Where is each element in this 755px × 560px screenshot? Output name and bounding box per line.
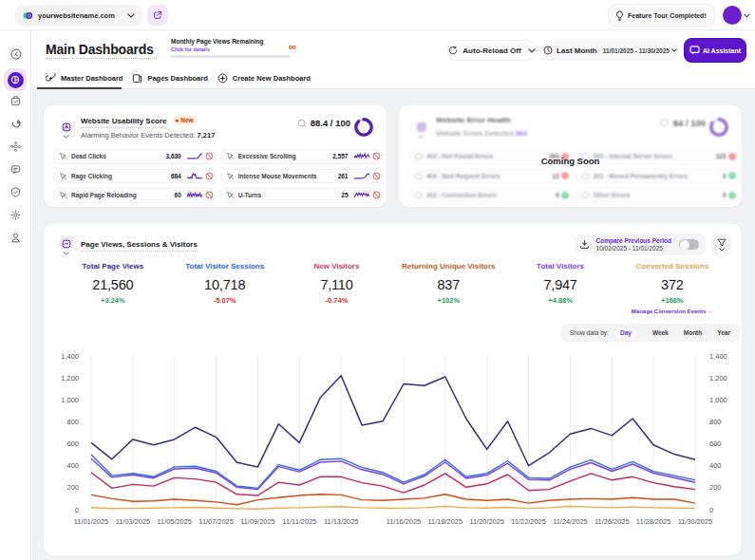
svg-text:11/16/2025: 11/16/2025 [387, 517, 421, 526]
svg-text:11/05/2025: 11/05/2025 [157, 517, 191, 526]
svg-text:11/11/2025: 11/11/2025 [282, 517, 316, 526]
svg-text:800: 800 [709, 418, 722, 426]
svg-text:400: 400 [709, 461, 722, 470]
svg-text:200: 200 [709, 483, 722, 492]
svg-text:11/20/2025: 11/20/2025 [469, 517, 503, 526]
svg-text:1,200: 1,200 [709, 374, 727, 383]
svg-text:600: 600 [66, 439, 79, 448]
svg-text:600: 600 [709, 439, 722, 448]
svg-text:11/03/2025: 11/03/2025 [116, 517, 150, 526]
svg-text:11/28/2025: 11/28/2025 [636, 517, 670, 526]
svg-text:1,400: 1,400 [61, 352, 79, 361]
svg-text:11/09/2025: 11/09/2025 [240, 517, 274, 526]
svg-text:1,000: 1,000 [61, 396, 79, 404]
svg-text:11/18/2025: 11/18/2025 [428, 517, 462, 526]
svg-text:11/13/2025: 11/13/2025 [324, 517, 358, 526]
svg-text:1,200: 1,200 [61, 374, 79, 383]
svg-text:0: 0 [709, 506, 713, 514]
svg-text:11/07/2025: 11/07/2025 [198, 517, 233, 526]
svg-text:1,400: 1,400 [709, 352, 727, 361]
svg-text:800: 800 [66, 418, 79, 426]
svg-text:0: 0 [75, 506, 79, 514]
svg-text:11/30/2025: 11/30/2025 [678, 517, 712, 526]
svg-text:11/01/2025: 11/01/2025 [74, 517, 108, 526]
svg-text:11/22/2025: 11/22/2025 [511, 517, 545, 526]
svg-text:400: 400 [66, 461, 79, 470]
svg-text:200: 200 [66, 483, 79, 492]
svg-text:11/26/2025: 11/26/2025 [595, 517, 629, 526]
svg-text:1,000: 1,000 [709, 396, 727, 404]
svg-text:11/24/2025: 11/24/2025 [553, 517, 587, 526]
